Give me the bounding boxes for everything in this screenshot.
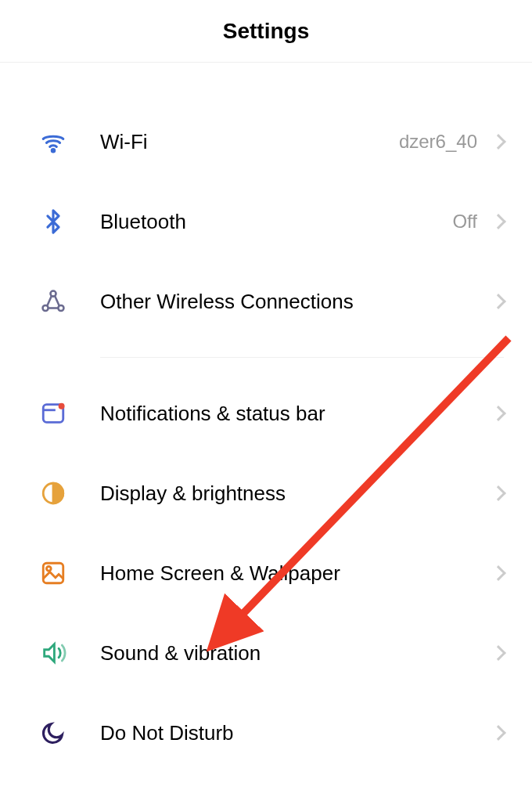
chevron-right-icon [491, 725, 506, 741]
bluetooth-icon [38, 206, 69, 237]
svg-point-9 [47, 567, 52, 572]
chevron-right-icon [491, 565, 506, 581]
divider [100, 357, 504, 358]
svg-point-1 [50, 291, 56, 297]
settings-item-home[interactable]: Home Screen & Wallpaper [38, 533, 504, 613]
svg-point-3 [58, 305, 63, 311]
settings-item-label: Wi-Fi [100, 130, 399, 154]
notifications-icon [38, 398, 69, 429]
settings-item-notifications[interactable]: Notifications & status bar [38, 373, 504, 453]
settings-item-label: Do Not Disturb [100, 721, 493, 745]
settings-group-2: Notifications & status bar Display & bri… [0, 373, 532, 773]
settings-item-label: Sound & vibration [100, 641, 493, 666]
settings-item-wireless[interactable]: Other Wireless Connections [38, 262, 504, 341]
chevron-right-icon [491, 406, 506, 421]
svg-rect-8 [43, 563, 63, 583]
settings-item-value: dzer6_40 [399, 131, 477, 153]
settings-group-1: Wi-Fi dzer6_40 Bluetooth Off [0, 102, 532, 341]
settings-item-display[interactable]: Display & brightness [38, 453, 504, 533]
display-icon [38, 478, 69, 509]
wifi-icon [38, 126, 69, 157]
chevron-right-icon [491, 214, 506, 229]
settings-item-label: Other Wireless Connections [100, 290, 493, 314]
page-title: Settings [223, 19, 309, 44]
settings-item-label: Bluetooth [100, 210, 452, 234]
settings-item-bluetooth[interactable]: Bluetooth Off [38, 182, 504, 262]
home-icon [38, 557, 69, 589]
settings-item-sound[interactable]: Sound & vibration [38, 613, 504, 693]
sound-icon [38, 637, 69, 669]
header: Settings [0, 0, 532, 63]
wireless-icon [38, 286, 69, 317]
chevron-right-icon [491, 645, 506, 661]
chevron-right-icon [491, 294, 506, 309]
svg-point-6 [59, 403, 65, 409]
settings-item-dnd[interactable]: Do Not Disturb [38, 693, 504, 773]
settings-item-label: Notifications & status bar [100, 402, 493, 426]
settings-item-label: Display & brightness [100, 482, 493, 506]
settings-item-value: Off [452, 211, 477, 233]
settings-content: Wi-Fi dzer6_40 Bluetooth Off [0, 63, 532, 773]
svg-point-0 [52, 150, 54, 152]
settings-item-wifi[interactable]: Wi-Fi dzer6_40 [38, 102, 504, 182]
settings-item-label: Home Screen & Wallpaper [100, 561, 493, 586]
svg-point-2 [43, 305, 49, 311]
chevron-right-icon [491, 485, 506, 501]
dnd-icon [38, 717, 69, 749]
chevron-right-icon [491, 134, 506, 150]
